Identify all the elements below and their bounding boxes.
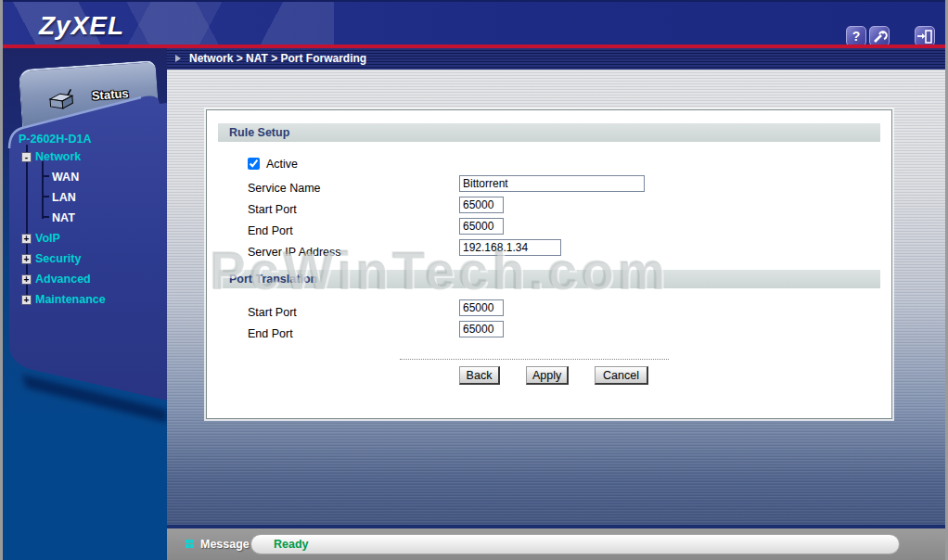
end-port-label: End Port	[248, 224, 293, 237]
router-admin-page: ZyXEL ? Network > NAT > Port Forwarding	[0, 0, 948, 560]
sidebar-item-nat[interactable]: NAT	[52, 211, 75, 224]
server-ip-input[interactable]	[459, 239, 561, 256]
sidebar-item-voip[interactable]: VoIP	[35, 232, 60, 245]
apply-button[interactable]: Apply	[526, 366, 569, 385]
statusbar: Message Ready	[167, 528, 948, 560]
sidebar-item-advanced[interactable]: Advanced	[35, 273, 91, 286]
message-grid-icon	[186, 540, 189, 543]
tree-expand-icon[interactable]: +	[21, 254, 32, 264]
translation-start-port-label: Start Port	[248, 306, 297, 319]
sidebar-item-security[interactable]: Security	[35, 252, 81, 265]
tree-expand-icon[interactable]: +	[21, 295, 32, 305]
tree-line	[42, 161, 44, 219]
logout-icon[interactable]	[915, 26, 935, 46]
active-checkbox[interactable]	[248, 158, 260, 170]
tree-collapse-icon[interactable]: -	[21, 152, 32, 162]
rule-setup-panel: Rule Setup Active Service Name Start Por…	[206, 109, 892, 419]
tree-line	[42, 196, 49, 197]
translation-start-port-input[interactable]	[459, 299, 504, 316]
breadcrumb: Network > NAT > Port Forwarding	[167, 48, 948, 70]
breadcrumb-arrow-icon	[175, 55, 181, 62]
page-left-edge	[0, 0, 3, 560]
cancel-button[interactable]: Cancel	[595, 366, 648, 385]
active-label: Active	[266, 158, 298, 171]
header-bar: ZyXEL ?	[0, 0, 948, 45]
device-name: P-2602H-D1A	[19, 133, 92, 146]
status-ready-text: Ready	[274, 535, 309, 554]
sidebar-item-maintenance[interactable]: Maintenance	[35, 293, 106, 306]
translation-end-port-label: End Port	[248, 327, 293, 340]
end-port-input[interactable]	[459, 218, 504, 235]
sidebar: Status P-2602H-D1A	[0, 48, 167, 560]
service-name-input[interactable]	[459, 175, 645, 192]
sidebar-item-wan[interactable]: WAN	[52, 171, 79, 184]
translation-end-port-input[interactable]	[459, 321, 504, 337]
tree-expand-icon[interactable]: +	[21, 234, 32, 244]
tree-line	[42, 216, 49, 218]
sidebar-item-network[interactable]: Network	[35, 150, 81, 163]
section-header-rule-setup: Rule Setup	[218, 123, 880, 142]
server-ip-label: Server IP Address	[248, 246, 341, 259]
back-button[interactable]: Back	[459, 366, 500, 385]
zyxel-logo: ZyXEL	[39, 11, 124, 41]
section-header-port-translation: Port Translation	[218, 270, 880, 288]
message-pill: Ready	[250, 534, 900, 554]
service-name-label: Service Name	[248, 182, 321, 195]
start-port-label: Start Port	[248, 203, 297, 216]
start-port-input[interactable]	[459, 197, 504, 213]
wizard-wrench-icon[interactable]	[869, 26, 890, 46]
message-label: Message	[200, 528, 250, 560]
breadcrumb-text: Network > NAT > Port Forwarding	[189, 48, 366, 70]
dotted-separator	[400, 359, 669, 360]
sidebar-item-lan[interactable]: LAN	[52, 191, 76, 204]
tree-expand-icon[interactable]: +	[21, 274, 32, 285]
tree-line	[42, 175, 49, 177]
help-icon[interactable]: ?	[846, 26, 866, 46]
